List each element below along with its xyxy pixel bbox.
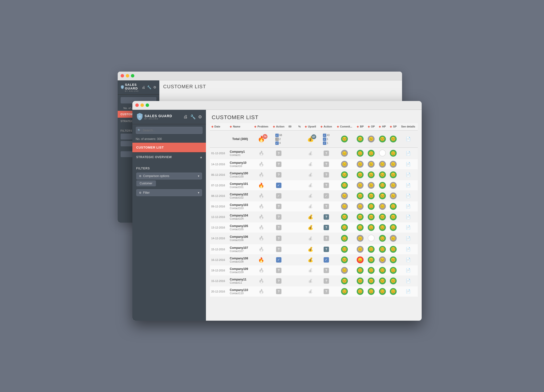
logo-subtext: BY AALUND <box>145 118 172 120</box>
comparison-options-select[interactable]: ⚙ Comparison options ▾ <box>136 173 202 179</box>
print-icon[interactable]: 🖨 <box>183 114 188 119</box>
svg-point-0 <box>122 87 123 88</box>
table-row: 14-12-2016 Company106Contact106 🔥 ? 💰 ? … <box>210 233 418 244</box>
col-00: 00 <box>287 123 293 130</box>
detail-doc-icon[interactable]: 📄 <box>406 151 411 155</box>
close-button[interactable] <box>135 103 139 107</box>
table-row: 09-12-2016 Company103Contact103 🔥 ? 💰 ? … <box>210 201 418 212</box>
detail-doc-icon[interactable]: 📄 <box>406 183 411 187</box>
detail-doc-icon[interactable]: 📄 <box>406 225 411 229</box>
search-input[interactable] <box>136 127 202 134</box>
sidebar-search-area <box>132 124 206 136</box>
col-date[interactable]: ◆ Date <box>210 123 228 130</box>
chevron-down-filter-icon: ▾ <box>198 191 199 194</box>
table-row: 12-12-2016 Company104Contact104 🔥 ? 💰 ? … <box>210 212 418 222</box>
bg-main-title: CUSTOMER LIST <box>163 84 398 89</box>
customer-table: ◆ Date ◆ Name ◆ Problem ◆ Action 00 % ◆ … <box>210 123 418 297</box>
col-sp[interactable]: ◆ SP <box>388 123 399 130</box>
main-content: CUSTOMER LIST ◆ Date ◆ Name ◆ Problem ◆ … <box>206 110 422 321</box>
table-row: 08-12-2016 Company102Contact102 🔥 ✓ 💰 ✓ … <box>210 190 418 201</box>
col-hp[interactable]: ◆ HP <box>377 123 388 130</box>
wrench-icon[interactable]: 🔧 <box>190 114 196 120</box>
detail-doc-icon[interactable]: 📄 <box>406 247 411 251</box>
col-bp[interactable]: ◆ BP <box>355 123 366 130</box>
col-problem[interactable]: ◆ Problem <box>252 123 271 130</box>
customer-button[interactable]: Customer <box>136 180 156 186</box>
nav-strategic-overview[interactable]: STRATEGIC OVERVIEW ▴ <box>132 152 206 162</box>
table-row: 14-12-2016 Company10Contact10 🔥 ? 💰 ? 😐 … <box>210 159 418 169</box>
detail-doc-icon[interactable]: 📄 <box>406 289 411 293</box>
detail-doc-icon[interactable]: 📄 <box>406 215 411 219</box>
filter-select[interactable]: ⚙ Filter ▾ <box>136 189 202 196</box>
col-pct: % <box>297 123 303 130</box>
total-label: Total (300) <box>228 130 252 148</box>
detail-doc-icon[interactable]: 📄 <box>406 236 411 240</box>
table-row: 20-12-2016 Company110Contact110 🔥 ? 💰 ? … <box>210 286 418 297</box>
svg-point-1 <box>139 115 141 118</box>
table-row: 07-12-2016 Company101Contact101 🔥 ✓ 💰 ? … <box>210 180 418 190</box>
table-row: 15-12-2016 Company11Contact11 🔥 ? 💰 ? 😊 … <box>210 276 418 286</box>
table-row: 16-12-2016 Company108Contact108 🔥 ✓ 💰 ✓ … <box>210 254 418 265</box>
table-row: 06-12-2016 Company100Contact100 🔥 ? 💰 ? … <box>210 169 418 180</box>
logo-text: SALES GUARD <box>145 114 172 118</box>
table-row: 15-12-2016 Company107Contact107 🔥 ? 💰 ? … <box>210 244 418 254</box>
detail-doc-icon[interactable]: 📄 <box>406 194 411 198</box>
total-row: Total (300) 🔥 74 <box>210 130 418 148</box>
detail-doc-icon[interactable]: 📄 <box>406 162 411 166</box>
filter-row: ⚙ Filter ▾ <box>136 189 202 196</box>
table-row: 19-12-2016 Company109Contact109 🔥 ? 💰 ? … <box>210 265 418 276</box>
detail-doc-icon[interactable]: 📄 <box>406 258 411 262</box>
col-name[interactable]: ◆ Name <box>228 123 252 130</box>
filters-section: FILTERS ⚙ Comparison options ▾ Customer <box>132 164 206 201</box>
detail-doc-icon[interactable]: 📄 <box>406 204 411 208</box>
detail-doc-icon[interactable]: 📄 <box>406 268 411 272</box>
chevron-down-icon: ▾ <box>198 174 199 178</box>
title-bar <box>132 101 422 110</box>
comparison-filter-row: ⚙ Comparison options ▾ Customer <box>136 173 202 186</box>
filters-title: FILTERS <box>136 167 202 170</box>
table-row: 13-12-2016 Company105Contact105 🔥 ? 💰 ? … <box>210 222 418 233</box>
table-container[interactable]: ◆ Date ◆ Name ◆ Problem ◆ Action 00 % ◆ … <box>206 123 422 321</box>
sidebar-header: SALES GUARD BY AALUND 🖨 🔧 ⚙ <box>132 110 206 124</box>
minimize-button[interactable] <box>140 103 144 107</box>
sidebar: SALES GUARD BY AALUND 🖨 🔧 ⚙ <box>132 110 206 321</box>
total-doc-icon[interactable]: 📄 <box>406 137 411 141</box>
chevron-icon: ▴ <box>200 155 202 159</box>
gear-small-icon: ⚙ <box>139 175 141 177</box>
logo: SALES GUARD BY AALUND <box>136 113 172 121</box>
col-upsell[interactable]: ◆ Upsell <box>303 123 318 130</box>
total-fire: 🔥 74 <box>252 130 271 148</box>
traffic-lights <box>135 103 149 107</box>
answers-count: No. of answers: 300 <box>132 136 206 143</box>
detail-doc-icon[interactable]: 📄 <box>406 173 411 177</box>
table-row: 01-12-2016 Company1Contact1 🔥 ? 💰 ? 😐 😊 … <box>210 148 418 159</box>
total-checks: ✓ 68 ? 2 ✓ <box>271 130 287 148</box>
gear-filter-icon: ⚙ <box>139 191 141 194</box>
col-op[interactable]: ◆ OP <box>366 123 377 130</box>
total-upsell-counts: ✓ 43 ✓ 1 ✓ <box>318 130 334 148</box>
page-title: CUSTOMER LIST <box>212 114 416 121</box>
col-action[interactable]: ◆ Action <box>271 123 287 130</box>
col-blank <box>293 123 296 130</box>
maximize-button[interactable] <box>146 103 149 107</box>
col-details: See details <box>399 123 417 130</box>
detail-doc-icon[interactable]: 📄 <box>406 279 411 283</box>
col-commit[interactable]: ◆ Commit... <box>334 123 355 130</box>
main-header: CUSTOMER LIST <box>206 110 422 123</box>
total-money: 💰 47 <box>303 130 318 148</box>
nav-customer-list[interactable]: CUSTOMER LIST <box>132 143 206 152</box>
gear-icon[interactable]: ⚙ <box>198 114 202 120</box>
col-upsell-action[interactable]: ◆ Action <box>318 123 334 130</box>
